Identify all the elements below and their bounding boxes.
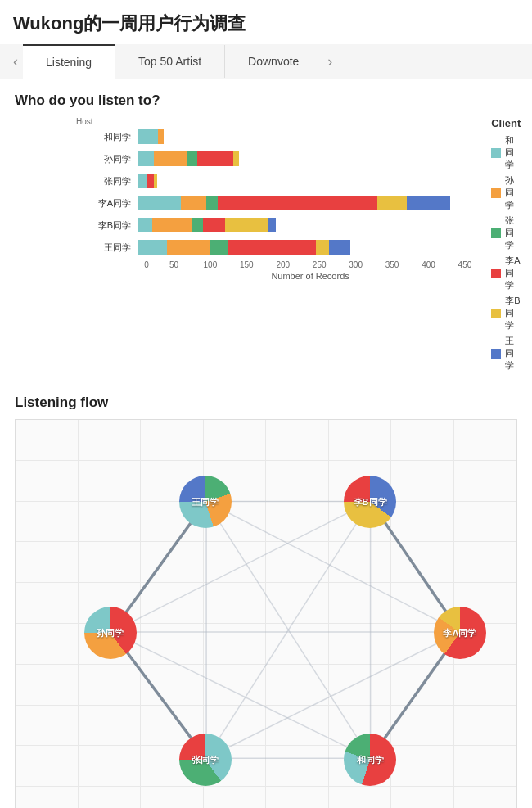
bar-segment xyxy=(197,151,233,166)
legend-item: 张同学 xyxy=(491,214,521,251)
flow-section-title: Listening flow xyxy=(15,395,517,411)
legend-item-label: 孙同学 xyxy=(505,174,521,211)
listening-section-title: Who do you listen to? xyxy=(15,93,517,109)
x-tick: 350 xyxy=(374,260,410,269)
flow-chart-box: 王同学李B同学李A同学和同学张同学孙同学 xyxy=(15,419,517,808)
legend-item-label: 和同学 xyxy=(505,134,521,171)
bar-chart: Host 和同学孙同学张同学李A同学李B同学王同学 05010015020025… xyxy=(15,117,483,305)
flow-node-label: 孙同学 xyxy=(97,627,124,639)
tab-next-arrow[interactable]: › xyxy=(322,53,337,70)
bar-segments xyxy=(138,151,239,166)
bar-row: 和同学 xyxy=(76,128,483,146)
bar-segment xyxy=(233,151,239,166)
bar-segment xyxy=(158,129,164,144)
legend-items: 和同学孙同学张同学李A同学李B同学王同学 xyxy=(491,134,521,372)
bar-segment xyxy=(138,129,158,144)
legend-item: 李B同学 xyxy=(491,295,521,332)
host-label: Host xyxy=(76,117,483,126)
flow-node-label: 李B同学 xyxy=(354,496,387,508)
chart-container: Host 和同学孙同学张同学李A同学李B同学王同学 05010015020025… xyxy=(15,117,517,375)
bar-row-label: 王同学 xyxy=(76,241,138,254)
legend-item: 和同学 xyxy=(491,134,521,171)
bar-segment xyxy=(203,218,225,232)
bar-segment xyxy=(187,151,197,166)
flow-node-sun[interactable]: 孙同学 xyxy=(84,607,137,659)
flow-line xyxy=(206,502,460,632)
legend-item-label: 张同学 xyxy=(505,214,521,251)
bar-segment xyxy=(210,240,228,255)
bar-segment xyxy=(138,151,154,166)
listening-section: Who do you listen to? Host 和同学孙同学张同学李A同学… xyxy=(15,93,517,375)
flow-section: Listening flow 王同学李B同学李A同学和同学张同学孙同学 xyxy=(15,395,517,808)
tab-listening[interactable]: Listening xyxy=(23,44,115,79)
legend-area: Client 和同学孙同学张同学李A同学李B同学王同学 xyxy=(483,117,521,375)
bar-segments xyxy=(138,240,350,255)
main-content: Who do you listen to? Host 和同学孙同学张同学李A同学… xyxy=(0,79,532,808)
legend-color-box xyxy=(491,349,501,359)
legend-color-box xyxy=(491,188,501,198)
tab-prev-arrow[interactable]: ‹ xyxy=(8,53,23,70)
bar-segments xyxy=(138,129,164,144)
bar-segment xyxy=(147,174,154,188)
flow-line xyxy=(112,632,371,758)
bar-segment xyxy=(192,218,203,232)
flow-line xyxy=(206,632,460,758)
bar-segment xyxy=(138,174,147,188)
bar-segment xyxy=(268,218,276,232)
bar-segments xyxy=(138,196,450,210)
legend-color-box xyxy=(491,269,501,278)
flow-node-label: 王同学 xyxy=(192,496,219,508)
tab-top50artist[interactable]: Top 50 Artist xyxy=(115,45,225,78)
legend-item: 孙同学 xyxy=(491,174,521,211)
x-tick: 250 xyxy=(301,260,337,269)
bar-segments xyxy=(138,174,157,188)
bar-segment xyxy=(167,240,210,255)
legend-title: Client xyxy=(491,117,521,129)
legend-item-label: 李B同学 xyxy=(505,295,521,332)
x-axis: 050100150200250300350400450 xyxy=(76,260,483,269)
bar-chart-area: Host 和同学孙同学张同学李A同学李B同学王同学 05010015020025… xyxy=(15,117,483,305)
x-tick: 450 xyxy=(447,260,483,269)
bar-row-label: 和同学 xyxy=(76,131,138,143)
bar-segment xyxy=(138,240,167,255)
flow-line xyxy=(112,502,371,632)
bar-row: 张同学 xyxy=(76,172,483,190)
bar-segment xyxy=(206,196,217,210)
bar-segment xyxy=(138,196,181,210)
flow-node-label: 和同学 xyxy=(357,754,384,766)
bar-segment xyxy=(407,196,450,210)
bar-row-label: 孙同学 xyxy=(76,153,138,165)
bar-segment xyxy=(218,196,378,210)
x-axis-label: Number of Records xyxy=(76,271,483,281)
bar-segment xyxy=(138,218,152,232)
bar-row-label: 李B同学 xyxy=(76,219,138,232)
bar-segment xyxy=(329,240,351,255)
x-tick: 0 xyxy=(138,260,156,269)
bar-segment xyxy=(181,196,206,210)
x-tick: 100 xyxy=(192,260,228,269)
tab-bar: ‹ Listening Top 50 Artist Downvote › xyxy=(0,44,532,79)
bar-segment xyxy=(154,174,157,188)
legend-color-box xyxy=(491,148,501,158)
bar-segment xyxy=(228,240,316,255)
legend-item: 王同学 xyxy=(491,335,521,372)
legend-color-box xyxy=(491,228,501,238)
flow-node-wang[interactable]: 王同学 xyxy=(179,476,232,528)
bar-rows: 和同学孙同学张同学李A同学李B同学王同学 xyxy=(76,128,483,256)
flow-node-label: 李A同学 xyxy=(443,627,476,639)
bar-segment xyxy=(154,151,187,166)
bar-segment xyxy=(225,218,268,232)
x-tick: 50 xyxy=(156,260,192,269)
bar-row: 李B同学 xyxy=(76,216,483,234)
flow-node-lia[interactable]: 李A同学 xyxy=(434,607,486,659)
bar-row: 王同学 xyxy=(76,238,483,256)
bar-row-label: 张同学 xyxy=(76,175,138,187)
bar-segment xyxy=(152,218,192,232)
tab-downvote[interactable]: Downvote xyxy=(225,45,322,78)
x-tick: 200 xyxy=(265,260,301,269)
flow-node-zhang[interactable]: 张同学 xyxy=(179,734,232,786)
flow-node-lib[interactable]: 李B同学 xyxy=(344,476,396,528)
x-tick: 300 xyxy=(337,260,373,269)
bar-segments xyxy=(138,218,276,232)
flow-node-he[interactable]: 和同学 xyxy=(344,734,396,786)
